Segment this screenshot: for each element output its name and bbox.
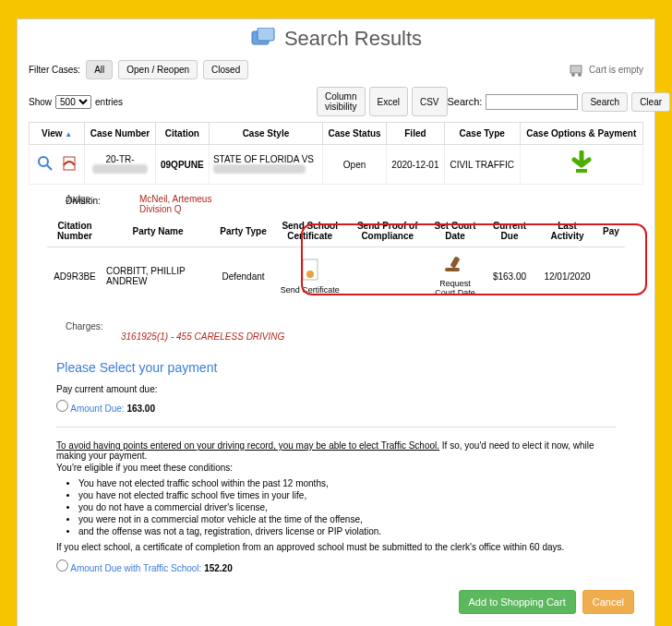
radio-amount-school[interactable] <box>56 560 68 572</box>
sub-col-court: Set Court Date <box>428 215 482 247</box>
excel-button[interactable]: Excel <box>369 87 408 116</box>
division-label: Division: <box>66 196 101 206</box>
col-options[interactable]: Case Options & Payment <box>520 123 642 145</box>
filed-date: 2020-12-01 <box>387 145 445 185</box>
condition-item: you were not in a commercial motor vehic… <box>78 514 616 524</box>
sub-col-activity: Last Activity <box>537 215 597 247</box>
case-style: STATE OF FLORIDA VS <box>213 154 314 164</box>
column-visibility-button[interactable]: Column visibility <box>317 87 365 116</box>
redacted <box>92 164 148 174</box>
sub-col-pay: Pay <box>597 215 625 247</box>
amount-due-label: Amount Due: <box>70 403 124 414</box>
amount-school-label: Amount Due with Traffic School: <box>70 563 201 573</box>
col-case-style[interactable]: Case Style <box>209 123 322 145</box>
last-activity: 12/01/2020 <box>537 247 597 306</box>
search-button[interactable]: Search <box>582 92 628 112</box>
search-label: Search: <box>448 96 483 107</box>
col-view[interactable]: View ▲ <box>30 123 85 145</box>
pdf-icon[interactable] <box>59 163 79 173</box>
judge-value: McNeil, Artemeus <box>139 194 211 204</box>
svg-rect-1 <box>258 28 274 41</box>
page-title: Search Results <box>284 27 422 51</box>
party-name: CORBITT, PHILLIP ANDREW <box>102 247 213 306</box>
show-suffix: entries <box>95 97 123 107</box>
col-case-type[interactable]: Case Type <box>444 123 520 145</box>
sub-col-proof: Send Proof of Compliance <box>346 215 428 247</box>
cart-status[interactable]: Cart is empty <box>569 62 643 78</box>
case-type: CIVIL TRAFFIC <box>444 145 520 185</box>
info-underline: To avoid having points entered on your d… <box>56 440 439 451</box>
svg-rect-2 <box>570 66 582 73</box>
svg-point-3 <box>571 73 575 77</box>
svg-line-6 <box>47 165 52 170</box>
add-to-cart-button[interactable]: Add to Shopping Cart <box>459 590 576 614</box>
sub-col-ptype: Party Type <box>213 215 273 247</box>
condition-item: you have not elected traffic school five… <box>78 490 616 500</box>
sub-col-cert: Send School Certificate <box>273 215 346 247</box>
csv-button[interactable]: CSV <box>412 87 448 116</box>
svg-rect-11 <box>445 268 460 271</box>
charges-value: 3161925(1) - 455 CARELESS DRIVING <box>121 331 284 342</box>
table-row: 20-TR- 09QPUNE STATE OF FLORIDA VS Open … <box>30 145 643 185</box>
show-select[interactable]: 500 <box>55 95 91 109</box>
col-case-number[interactable]: Case Number <box>85 123 156 145</box>
search-input[interactable] <box>486 94 578 110</box>
clear-button[interactable]: Clear <box>631 92 670 112</box>
send-cert-label[interactable]: Send Certificate <box>277 285 342 295</box>
division-value: Division Q <box>139 204 182 214</box>
condition-item: You have not elected traffic school with… <box>78 478 616 488</box>
radio-amount-due[interactable] <box>56 400 68 412</box>
pay-current-label: Pay current amount due: <box>56 384 616 394</box>
request-court-label[interactable]: Request Court Date <box>432 279 478 297</box>
payment-title: Please Select your payment <box>56 360 643 375</box>
citation-table: Citation Number Party Name Party Type Se… <box>47 215 625 305</box>
amount-due-value: 163.00 <box>126 403 155 414</box>
charges-label: Charges: <box>66 321 103 331</box>
gavel-icon[interactable] <box>443 267 467 277</box>
magnifier-icon[interactable] <box>34 163 56 173</box>
svg-point-4 <box>578 73 582 77</box>
cart-text: Cart is empty <box>589 65 643 75</box>
case-status: Open <box>323 145 387 185</box>
certificate-icon[interactable] <box>300 273 320 283</box>
condition-item: you do not have a commercial driver's li… <box>78 502 616 512</box>
col-filed[interactable]: Filed <box>387 123 445 145</box>
citation-row: AD9R3BE CORBITT, PHILLIP ANDREW Defendan… <box>47 247 625 306</box>
amount-school-value: 152.20 <box>204 563 233 573</box>
sub-col-due: Current Due <box>482 215 537 247</box>
condition-item: and the offense was not a tag, registrat… <box>78 526 616 536</box>
sub-col-citation: Citation Number <box>47 215 102 247</box>
citation-number: AD9R3BE <box>47 247 102 306</box>
filter-open[interactable]: Open / Reopen <box>118 60 198 79</box>
party-type: Defendant <box>213 247 273 306</box>
sub-col-party: Party Name <box>102 215 213 247</box>
current-due: $163.00 <box>482 247 537 306</box>
citation-value: 09QPUNE <box>155 145 209 185</box>
show-prefix: Show <box>29 97 52 107</box>
svg-rect-8 <box>576 169 587 173</box>
redacted <box>213 164 306 174</box>
case-number-prefix: 20-TR- <box>105 154 134 164</box>
results-table: View ▲ Case Number Citation Case Style C… <box>29 122 643 185</box>
svg-point-10 <box>306 271 314 278</box>
col-status[interactable]: Case Status <box>323 123 387 145</box>
cancel-button[interactable]: Cancel <box>582 590 634 614</box>
page-header: Search Results <box>29 27 643 51</box>
cart-icon <box>569 62 585 78</box>
search-results-icon <box>250 28 276 50</box>
eligible-lead: You're eligible if you meet these condit… <box>56 463 616 473</box>
filter-label: Filter Cases: <box>29 65 80 75</box>
elect-note: If you elect school, a certificate of co… <box>56 542 616 552</box>
download-arrow-icon[interactable] <box>569 150 594 178</box>
filter-closed[interactable]: Closed <box>203 60 248 79</box>
svg-point-5 <box>39 157 48 166</box>
col-citation[interactable]: Citation <box>155 123 209 145</box>
filter-all[interactable]: All <box>86 60 113 79</box>
conditions-list: You have not elected traffic school with… <box>78 478 616 536</box>
svg-rect-12 <box>450 256 460 268</box>
